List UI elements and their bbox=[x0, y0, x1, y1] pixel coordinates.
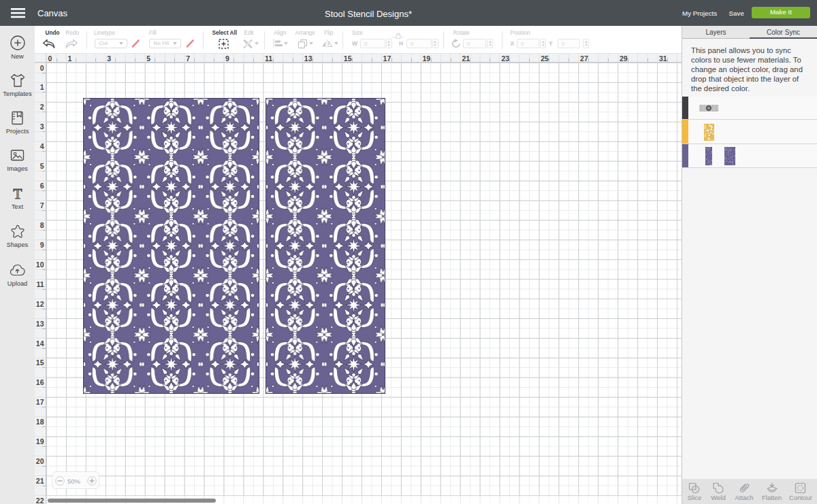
svg-text:T: T bbox=[13, 186, 22, 202]
